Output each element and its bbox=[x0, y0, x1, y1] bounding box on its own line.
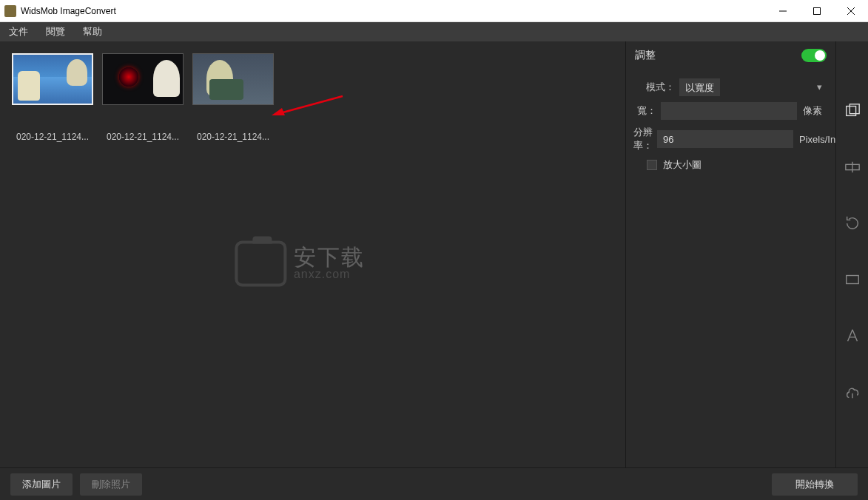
thumbnail-area: 020-12-21_1124... 020-12-21_1124... 020-… bbox=[0, 41, 625, 467]
image-watermark-tool-icon[interactable] bbox=[842, 382, 863, 402]
thumbnail-image[interactable] bbox=[102, 53, 184, 105]
svg-rect-10 bbox=[846, 276, 858, 284]
menu-file[interactable]: 文件 bbox=[9, 25, 28, 38]
thumbnail-label: 020-12-21_1124... bbox=[192, 132, 274, 142]
mode-select[interactable]: 以寬度 bbox=[679, 78, 720, 96]
watermark-text-big: 安下载 bbox=[294, 246, 365, 268]
resize-tool-icon[interactable] bbox=[842, 101, 863, 121]
thumbnail-item[interactable]: 020-12-21_1124... bbox=[12, 53, 93, 142]
app-icon bbox=[4, 5, 16, 17]
rotate-tool-icon[interactable] bbox=[842, 213, 863, 234]
watermark: 安下载 anxz.com bbox=[235, 240, 365, 286]
text-watermark-tool-icon[interactable] bbox=[842, 325, 863, 346]
add-image-button[interactable]: 添加圖片 bbox=[10, 473, 73, 496]
menu-view[interactable]: 閱覽 bbox=[46, 25, 65, 38]
width-input[interactable] bbox=[661, 102, 797, 120]
minimize-button[interactable] bbox=[766, 0, 800, 21]
thumbnail-item[interactable]: 020-12-21_1124... bbox=[192, 53, 274, 142]
thumbnail-image[interactable] bbox=[192, 53, 274, 105]
svg-rect-6 bbox=[846, 107, 855, 116]
resolution-input[interactable] bbox=[657, 130, 793, 148]
resolution-label: 分辨率： bbox=[633, 126, 657, 152]
window-controls bbox=[766, 0, 868, 21]
rename-tool-icon[interactable] bbox=[842, 157, 863, 178]
enlarge-label: 放大小圖 bbox=[663, 158, 702, 172]
tool-strip bbox=[835, 41, 868, 467]
menubar: 文件 閱覽 幫助 bbox=[0, 22, 868, 41]
width-unit: 像素 bbox=[797, 104, 828, 118]
panel-title: 調整 bbox=[635, 49, 656, 62]
adjust-panel: 調整 模式： 以寬度 寬： 像素 分辨率： Pixels/Inch bbox=[625, 41, 835, 467]
thumbnail-label: 020-12-21_1124... bbox=[12, 132, 93, 142]
watermark-text-small: anxz.com bbox=[294, 268, 365, 280]
menu-help[interactable]: 幫助 bbox=[83, 25, 102, 38]
thumbnail-item[interactable]: 020-12-21_1124... bbox=[102, 53, 184, 142]
border-tool-icon[interactable] bbox=[842, 269, 863, 290]
maximize-button[interactable] bbox=[800, 0, 834, 21]
delete-image-button[interactable]: 刪除照片 bbox=[80, 473, 142, 496]
thumbnail-image[interactable] bbox=[12, 53, 93, 105]
start-convert-button[interactable]: 開始轉換 bbox=[772, 473, 858, 496]
svg-rect-7 bbox=[850, 104, 859, 114]
mode-label: 模式： bbox=[633, 81, 679, 94]
adjust-toggle[interactable] bbox=[801, 49, 827, 62]
thumbnail-label: 020-12-21_1124... bbox=[102, 132, 184, 142]
footer: 添加圖片 刪除照片 開始轉換 bbox=[0, 467, 868, 500]
app-title: WidsMob ImageConvert bbox=[21, 6, 116, 16]
watermark-bag-icon bbox=[235, 240, 286, 286]
titlebar: WidsMob ImageConvert bbox=[0, 0, 868, 22]
svg-rect-1 bbox=[814, 7, 821, 14]
close-button[interactable] bbox=[834, 0, 868, 21]
width-label: 寬： bbox=[633, 104, 661, 118]
enlarge-checkbox[interactable] bbox=[647, 160, 657, 170]
